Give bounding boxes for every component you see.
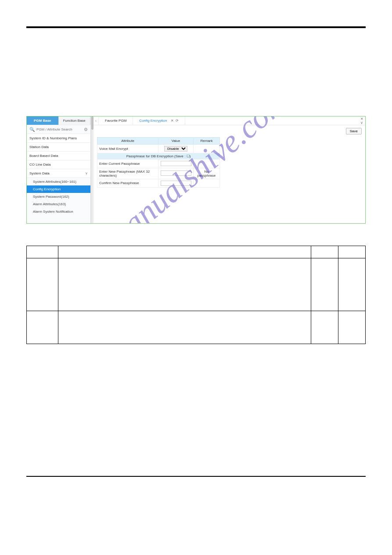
row-confirm-passphrase-label: Confirm New Passphrase (97, 179, 158, 188)
gear-icon[interactable]: ⚙ (84, 127, 88, 132)
doc-cell (27, 258, 58, 311)
doc-th-3 (311, 246, 338, 258)
doc-cell (27, 311, 58, 344)
col-remark: Remark (194, 138, 220, 145)
row-new-passphrase-remark: No passphrase (194, 168, 220, 179)
reload-icon[interactable]: ⟳ (176, 119, 179, 123)
panel-collapse-icon[interactable]: ∨ (360, 121, 363, 125)
sidebar: PGM Base Function Base 🔍 ⚙ System ID & N… (27, 116, 91, 223)
doc-cell (338, 258, 366, 311)
tab-config-encryption[interactable]: Config Encryption ✕ ⟳ (133, 116, 185, 125)
current-passphrase-input[interactable] (161, 161, 191, 166)
document-table (26, 246, 366, 344)
new-passphrase-input[interactable] (161, 170, 191, 176)
tab-prev-icon[interactable]: ‹ (94, 117, 99, 125)
row-voice-mail-encrypt-label: Voice Mail Encrypt (97, 145, 158, 153)
table-row (27, 311, 366, 344)
sidebar-sub-alarm-attributes[interactable]: Alarm Attributes(163) (27, 200, 90, 208)
sidebar-item-system-data[interactable]: System Data (27, 169, 90, 178)
sidebar-sub-config-encryption[interactable]: Config Encryption (27, 185, 90, 193)
page-footer-divider (26, 476, 366, 477)
sidebar-sub-alarm-notification[interactable]: Alarm System Notification (27, 208, 90, 215)
sidebar-sub-system-password[interactable]: System Password(162) (27, 193, 90, 200)
row-voice-mail-remark (194, 145, 220, 153)
doc-th-1 (27, 246, 58, 258)
close-icon[interactable]: ✕ (171, 119, 174, 123)
col-attribute: Attribute (97, 138, 158, 145)
row-current-passphrase-label: Enter Current Passphrase (97, 160, 158, 168)
doc-th-2 (58, 246, 311, 258)
voice-mail-encrypt-select[interactable]: Disable (164, 146, 187, 152)
screenshot-container: manualshive.com PGM Base Function Base 🔍… (26, 116, 366, 224)
tab-config-label: Config Encryption (139, 119, 167, 123)
doc-cell (58, 311, 311, 344)
search-icon: 🔍 (29, 127, 35, 132)
table-row (27, 258, 366, 311)
sidebar-tab-row: PGM Base Function Base (27, 116, 90, 125)
tab-function-base[interactable]: Function Base (59, 116, 91, 125)
col-value: Value (158, 138, 194, 145)
confirm-passphrase-input[interactable] (161, 181, 191, 186)
sidebar-item-system-id[interactable]: System ID & Numbering Plans (27, 134, 90, 143)
db-encryption-section-header: Passphrase for DB Encryption (Save : ☐) (97, 153, 220, 160)
save-button[interactable]: Save (346, 128, 362, 134)
doc-cell (311, 311, 338, 344)
main-tab-bar: ‹ Favorite PGM Config Encryption ✕ ⟳ ✕ ∨ (94, 116, 365, 125)
doc-cell (338, 311, 366, 344)
page-header-divider (26, 26, 366, 28)
sidebar-item-station-data[interactable]: Station Data (27, 143, 90, 152)
search-input[interactable] (36, 127, 82, 131)
row-new-passphrase-label: Enter New Passphrase (MAX 32 characters) (97, 168, 158, 179)
sidebar-item-co-line[interactable]: CO Line Data (27, 160, 90, 169)
sidebar-search: 🔍 ⚙ (27, 125, 90, 134)
sidebar-item-board-based[interactable]: Board Based Data (27, 152, 90, 160)
panel-close-icon[interactable]: ✕ (360, 117, 363, 121)
tab-pgm-base[interactable]: PGM Base (27, 116, 59, 125)
sidebar-sub-system-attributes[interactable]: System Attributes(160~161) (27, 178, 90, 185)
doc-cell (311, 258, 338, 311)
doc-th-4 (338, 246, 366, 258)
tab-favorite-pgm[interactable]: Favorite PGM (99, 116, 133, 125)
main-panel: ‹ Favorite PGM Config Encryption ✕ ⟳ ✕ ∨… (94, 116, 365, 223)
attribute-table: Attribute Value Remark Voice Mail Encryp… (97, 137, 220, 188)
doc-cell (58, 258, 311, 311)
